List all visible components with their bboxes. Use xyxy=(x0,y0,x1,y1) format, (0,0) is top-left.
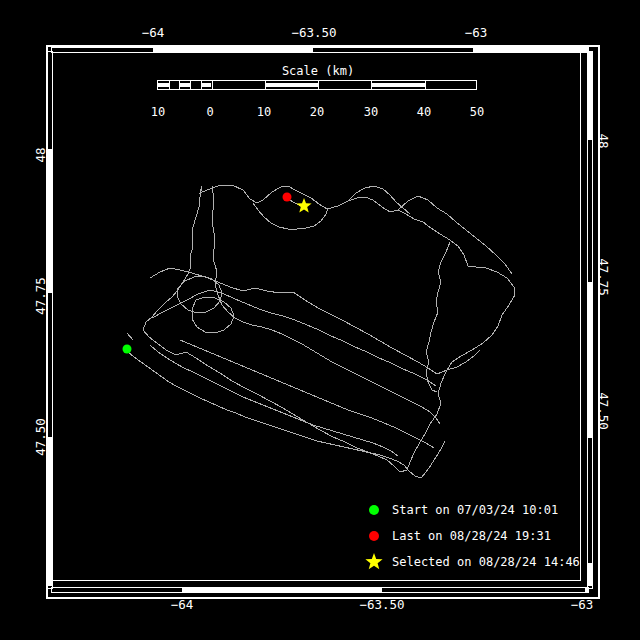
scale-bar-divider xyxy=(190,81,191,89)
axis-label-left: 47.50 xyxy=(34,418,48,456)
axis-label-left: 48 xyxy=(34,147,48,162)
legend-marker-0 xyxy=(369,505,379,515)
scale-bar-divider xyxy=(169,81,170,89)
scale-bar-tick-label: 40 xyxy=(417,105,431,119)
track-polyline xyxy=(253,203,328,229)
track-lines xyxy=(127,185,515,478)
axis-label-top: −63 xyxy=(465,26,488,40)
scale-bar-divider xyxy=(318,81,319,89)
scale-bar-stripe xyxy=(265,83,318,87)
scale-bar-stripe xyxy=(158,83,169,87)
track-polyline xyxy=(150,345,398,456)
legend-label-1: Last on 08/28/24 19:31 xyxy=(392,529,551,543)
legend-marker-2 xyxy=(364,552,384,572)
axis-label-top: −63.50 xyxy=(291,26,336,40)
selected-position-marker[interactable] xyxy=(296,198,311,213)
track-polyline xyxy=(150,268,480,374)
scale-bar-tick-label: 10 xyxy=(257,105,271,119)
axis-label-bottom: −63 xyxy=(571,598,594,612)
scale-bar-title: Scale (km) xyxy=(282,64,354,78)
axis-label-right: 48 xyxy=(596,133,610,148)
legend-marker-1 xyxy=(369,531,379,541)
axis-label-right: 47.75 xyxy=(596,258,610,296)
legend-label-0: Start on 07/03/24 10:01 xyxy=(392,503,558,517)
scale-bar-stripe xyxy=(371,83,424,87)
scale-bar-stripe xyxy=(201,83,212,87)
track-polyline xyxy=(152,290,436,386)
axis-label-bottom: −63.50 xyxy=(359,598,404,612)
axis-label-left: 47.75 xyxy=(34,277,48,315)
track-polyline xyxy=(192,297,234,333)
scale-bar-tick-label: 10 xyxy=(151,105,165,119)
legend-label-2: Selected on 08/28/24 14:46 xyxy=(392,555,580,569)
scale-bar-tick-label: 50 xyxy=(470,105,484,119)
scale-bar-tick-label: 30 xyxy=(364,105,378,119)
scale-bar-divider xyxy=(212,81,213,89)
track-plot-canvas[interactable] xyxy=(0,0,640,640)
track-polyline xyxy=(127,333,133,340)
scale-bar-tick-label: 0 xyxy=(206,105,213,119)
axis-label-bottom: −64 xyxy=(171,598,194,612)
axis-label-top: −64 xyxy=(142,26,165,40)
scale-bar-divider xyxy=(425,81,426,89)
scale-bar-tick-label: 20 xyxy=(310,105,324,119)
track-polyline xyxy=(177,276,222,313)
scale-bar-stripe xyxy=(179,83,190,87)
start-position-marker[interactable] xyxy=(123,345,132,354)
track-map-screen: −64−63.50−63−64−63.50−634847.7547.504847… xyxy=(0,0,640,640)
track-polyline xyxy=(128,352,445,478)
scale-bar-graphic xyxy=(157,80,477,90)
track-polyline xyxy=(398,196,512,274)
track-polyline xyxy=(348,186,410,214)
axis-label-right: 47.50 xyxy=(596,392,610,430)
last-position-marker[interactable] xyxy=(283,193,292,202)
